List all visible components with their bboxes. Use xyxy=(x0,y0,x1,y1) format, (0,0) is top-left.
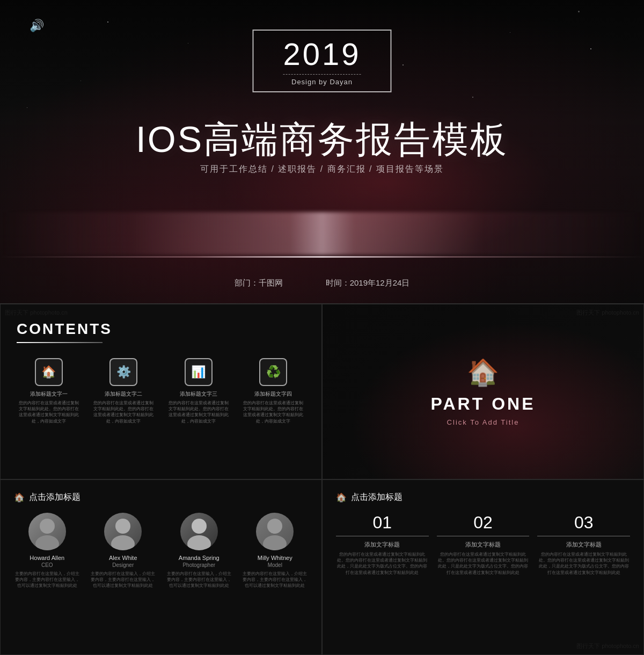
team-section-title: 点击添加标题 xyxy=(29,492,80,503)
contents-icons-row: 🏠 添加标题文字一 您的内容打在这里或者通过复制文字粘贴到此处。您的内容打在这里… xyxy=(17,358,305,424)
icon-label-1: 添加标题文字一 xyxy=(30,390,68,398)
contents-item-1: 🏠 添加标题文字一 您的内容打在这里或者通过复制文字粘贴到此处。您的内容打在这里… xyxy=(17,358,81,424)
icon-label-2: 添加标题文字二 xyxy=(105,390,142,398)
stats-row: 01 添加文字标题 您的内容打在这里或者通过复制文字粘贴到此处。您的内容打在这里… xyxy=(336,513,630,576)
avatar-2 xyxy=(104,513,142,550)
svg-point-8 xyxy=(263,535,287,550)
part-one-subtitle: Click To Add Title xyxy=(447,418,519,426)
team-header-icon: 🏠 xyxy=(14,492,25,503)
contents-item-2: ⚙️ 添加标题文字二 您的内容打在这里或者通过复制文字粘贴到此处。您的内容打在这… xyxy=(92,358,156,424)
stats-header-icon: 🏠 xyxy=(336,492,347,503)
svg-point-4 xyxy=(111,535,135,550)
member-desc-2: 主要的内容打在这里输入，介绍主要内容，主要内容打在这里输入，也可以通过复制文字粘… xyxy=(90,571,157,589)
icon-label-3: 添加标题文字三 xyxy=(180,390,217,398)
stat-desc-1: 您的内容打在这里或者通过复制文字粘贴到此处。您的内容打在这里或者通过复制文字粘贴… xyxy=(336,551,429,576)
year-box: 2019 Design by Dayan xyxy=(252,30,391,92)
svg-point-0 xyxy=(40,519,55,534)
member-desc-3: 主要的内容打在这里输入，介绍主要内容，主要内容打在这里输入，也可以通过复制文字粘… xyxy=(166,571,232,589)
content-grid: CONTENTS 🏠 添加标题文字一 您的内容打在这里或者通过复制文字粘贴到此处… xyxy=(0,303,644,655)
stat-item-2: 02 添加文字标题 您的内容打在这里或者通过复制文字粘贴到此处。您的内容打在这里… xyxy=(437,513,530,576)
member-name-3: Amanda Spring xyxy=(179,555,219,561)
contents-underline xyxy=(17,342,103,343)
stats-section-title: 点击添加标题 xyxy=(351,492,402,503)
department-info: 部门：千图网 xyxy=(235,278,283,288)
gear-icon-box: ⚙️ xyxy=(109,358,137,386)
team-section: 🏠 点击添加标题 Howard Allen CEO 主要的内容打在这里输入，介绍… xyxy=(0,479,322,655)
icon-desc-1: 您的内容打在这里或者通过复制文字粘贴到此处。您的内容打在这里或者通过复制文字粘贴… xyxy=(17,400,81,424)
icon-desc-2: 您的内容打在这里或者通过复制文字粘贴到此处。您的内容打在这里或者通过复制文字粘贴… xyxy=(92,400,156,424)
part-one-title: PART ONE xyxy=(431,394,536,414)
icon-desc-3: 您的内容打在这里或者通过复制文字粘贴到此处。您的内容打在这里或者通过复制文字粘贴… xyxy=(166,400,231,424)
part-one-section: 🏠 PART ONE Click To Add Title 图行天下 photo… xyxy=(322,304,644,479)
team-section-header: 🏠 点击添加标题 xyxy=(14,492,308,503)
home-icon-box: 🏠 xyxy=(35,358,63,386)
stat-label-2: 添加文字标题 xyxy=(465,541,501,549)
team-member-3: Amanda Spring Photographer 主要的内容打在这里输入，介… xyxy=(166,513,232,589)
member-name-1: Howard Allen xyxy=(30,555,64,561)
member-role-1: CEO xyxy=(41,562,53,568)
stat-desc-3: 您的内容打在这里或者通过复制文字粘贴到此处。您的内容打在这里或者通过复制文字粘贴… xyxy=(537,551,630,576)
watermark-tl: 图行天下 photophoto.cn xyxy=(5,309,68,317)
stat-item-3: 03 添加文字标题 您的内容打在这里或者通过复制文字粘贴到此处。您的内容打在这里… xyxy=(537,513,630,576)
recycle-icon-box: ♻️ xyxy=(259,358,287,386)
contents-item-3: 📊 添加标题文字三 您的内容打在这里或者通过复制文字粘贴到此处。您的内容打在这里… xyxy=(166,358,231,424)
icon-desc-4: 您的内容打在这里或者通过复制文字粘贴到此处。您的内容打在这里或者通过复制文字粘贴… xyxy=(241,400,306,424)
avatar-4 xyxy=(256,513,294,550)
icon-label-4: 添加标题文字四 xyxy=(254,390,292,398)
chart-icon-box: 📊 xyxy=(185,358,213,386)
team-row: Howard Allen CEO 主要的内容打在这里输入，介绍主要内容，主要内容… xyxy=(14,513,308,589)
contents-title: CONTENTS xyxy=(17,321,305,338)
stats-section-header: 🏠 点击添加标题 xyxy=(336,492,630,503)
light-streak-line xyxy=(0,256,644,258)
contents-section: CONTENTS 🏠 添加标题文字一 您的内容打在这里或者通过复制文字粘贴到此处… xyxy=(0,304,322,479)
svg-point-6 xyxy=(187,535,211,550)
watermark-br: 图行天下 photophoto.cn xyxy=(576,642,639,650)
svg-point-7 xyxy=(267,519,282,534)
member-desc-1: 主要的内容打在这里输入，介绍主要内容，主要内容打在这里输入，也可以通过复制文字粘… xyxy=(14,571,80,589)
stat-number-2: 02 xyxy=(437,513,530,536)
stats-section: 🏠 点击添加标题 01 添加文字标题 您的内容打在这里或者通过复制文字粘贴到此处… xyxy=(322,479,644,655)
part-one-bg xyxy=(323,304,643,479)
member-role-3: Photographer xyxy=(182,562,215,568)
member-role-2: Designer xyxy=(112,562,134,568)
date-info: 时间：2019年12月24日 xyxy=(326,278,410,288)
hero-meta: 部门：千图网 时间：2019年12月24日 xyxy=(0,278,644,288)
svg-point-3 xyxy=(115,519,130,534)
member-name-4: Milly Whitney xyxy=(258,555,292,561)
team-member-1: Howard Allen CEO 主要的内容打在这里输入，介绍主要内容，主要内容… xyxy=(14,513,80,589)
stat-item-1: 01 添加文字标题 您的内容打在这里或者通过复制文字粘贴到此处。您的内容打在这里… xyxy=(336,513,429,576)
year-text: 2019 xyxy=(283,39,361,70)
team-member-4: Milly Whitney Model 主要的内容打在这里输入，介绍主要内容，主… xyxy=(242,513,309,589)
stat-label-3: 添加文字标题 xyxy=(566,541,602,549)
hero-main-title: IOS高端商务报告模板 xyxy=(0,115,644,164)
member-role-4: Model xyxy=(268,562,282,568)
stat-desc-2: 您的内容打在这里或者通过复制文字粘贴到此处。您的内容打在这里或者通过复制文字粘贴… xyxy=(437,551,530,576)
hero-slide: 🔊 2019 Design by Dayan IOS高端商务报告模板 可用于工作… xyxy=(0,0,644,303)
avatar-3 xyxy=(180,513,218,550)
team-member-2: Alex White Designer 主要的内容打在这里输入，介绍主要内容，主… xyxy=(90,513,157,589)
member-desc-4: 主要的内容打在这里输入，介绍主要内容，主要内容打在这里输入，也可以通过复制文字粘… xyxy=(242,571,309,589)
stat-number-3: 03 xyxy=(537,513,630,536)
stat-number-1: 01 xyxy=(336,513,429,536)
svg-point-1 xyxy=(35,535,59,550)
light-streak xyxy=(0,212,644,255)
svg-point-5 xyxy=(192,519,207,534)
avatar-1 xyxy=(28,513,66,550)
contents-item-4: ♻️ 添加标题文字四 您的内容打在这里或者通过复制文字粘贴到此处。您的内容打在这… xyxy=(241,358,306,424)
part-one-home-icon: 🏠 xyxy=(467,358,499,388)
hero-description: 可用于工作总结 / 述职报告 / 商务汇报 / 项目报告等场景 xyxy=(0,164,644,175)
stat-label-1: 添加文字标题 xyxy=(364,541,400,549)
design-credit: Design by Dayan xyxy=(283,78,361,86)
member-name-2: Alex White xyxy=(109,555,137,561)
speaker-icon: 🔊 xyxy=(30,19,44,33)
